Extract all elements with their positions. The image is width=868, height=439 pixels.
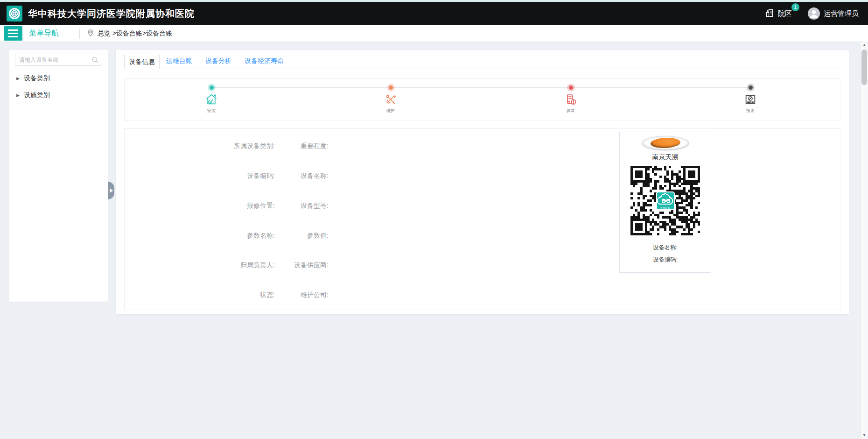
scrollbar-thumb[interactable]	[861, 50, 867, 85]
scroll-down-button[interactable]: ▼	[861, 431, 868, 439]
menu-toggle-button[interactable]	[4, 26, 22, 41]
form-label: 参数名称:	[125, 232, 275, 241]
campus-badge: 1	[791, 3, 799, 11]
form-label: 所属设备类别:	[125, 142, 275, 151]
tab-economic-life[interactable]: 设备经济寿命	[238, 53, 290, 69]
form-row: 所属设备类别: 重要程度:	[125, 142, 339, 151]
campus-switcher[interactable]: 院区 1	[764, 8, 792, 20]
vendor-name: 南京天溯	[652, 153, 679, 162]
timeline-label: 维护	[371, 108, 410, 114]
sidebar-collapse-handle[interactable]	[108, 182, 114, 199]
search-input[interactable]	[15, 54, 102, 66]
tree-item-device-category[interactable]: ▶ 设备类别	[9, 73, 108, 84]
monitor-ban-icon	[744, 93, 757, 106]
vendor-logo	[642, 136, 689, 150]
tree-item-facility-category[interactable]: ▶ 设施类别	[9, 90, 108, 100]
triangle-right-icon	[110, 188, 113, 193]
form-label: 设备供应商:	[275, 261, 329, 270]
crossed-tools-icon	[384, 93, 397, 106]
device-detail-panel: 所属设备类别: 重要程度: 设备编码: 设备名称: 报修位置: 设备型号: 参数…	[124, 128, 840, 310]
avatar	[808, 7, 820, 20]
timeline-label: 异常	[551, 108, 590, 114]
form-label: 状态:	[125, 291, 275, 300]
device-search	[15, 54, 102, 66]
device-qr-code: 天溯设备	[630, 166, 700, 235]
app-header: 华中科技大学同济医学院附属协和医院 院区 1	[0, 2, 868, 25]
breadcrumb: 总览 >设备台账>设备台账	[98, 29, 172, 38]
form-row: 报修位置: 设备型号:	[125, 202, 339, 211]
tab-ops-ledger[interactable]: 运维台账	[160, 53, 199, 69]
timeline-dot	[749, 85, 753, 90]
form-label: 维护公司:	[275, 291, 329, 300]
form-label: 参数值:	[275, 232, 329, 241]
qr-device-code-label: 设备编码:	[653, 256, 678, 264]
form-row: 设备编码: 设备名称:	[125, 172, 339, 181]
timeline-label: 报废	[731, 108, 770, 114]
app-root: 华中科技大学同济医学院附属协和医院 院区 1	[0, 0, 868, 439]
timeline-dot	[210, 85, 214, 90]
house-wrench-icon	[205, 93, 218, 106]
tree-item-label: 设施类别	[24, 91, 50, 99]
lifecycle-timeline: 安装 维护	[124, 78, 840, 120]
server-alert-icon	[564, 93, 577, 106]
hospital-logo-icon	[7, 6, 22, 21]
timeline-dot	[569, 85, 573, 90]
form-label: 重要程度:	[275, 142, 329, 151]
form-row: 状态: 维护公司:	[125, 291, 339, 300]
form-label: 设备名称:	[275, 172, 329, 181]
timeline-dot	[389, 85, 393, 90]
form-label: 归属负责人:	[125, 261, 275, 270]
page-title: 华中科技大学同济医学院附属协和医院	[28, 7, 195, 20]
location-pin-icon	[86, 28, 95, 39]
sidebar: ▶ 设备类别 ▶ 设施类别	[9, 50, 108, 302]
campus-label: 院区	[778, 9, 792, 18]
tab-device-analysis[interactable]: 设备分析	[199, 53, 238, 69]
scroll-up-button[interactable]: ▲	[861, 41, 868, 49]
form-label: 设备编码:	[125, 172, 275, 181]
qr-device-name-label: 设备名称:	[653, 244, 678, 252]
qr-panel: 南京天溯 天溯设备 设备名称: 设备编码:	[619, 132, 711, 273]
form-label: 报修位置:	[125, 202, 275, 211]
user-name: 运营管理员	[824, 9, 859, 18]
chevron-right-icon: ▶	[16, 77, 20, 81]
main-panel: 设备信息 运维台账 设备分析 设备经济寿命 安装	[116, 50, 849, 314]
tiansu-cloud-icon: 天溯设备	[656, 191, 675, 210]
form-label: 设备型号:	[275, 202, 329, 211]
tabs-bar: 设备信息 运维台账 设备分析 设备经济寿命	[124, 53, 840, 69]
menu-nav-label[interactable]: 菜单导航	[29, 28, 59, 38]
nav-bar: 菜单导航 总览 >设备台账>设备台账	[0, 25, 868, 42]
chevron-right-icon: ▶	[16, 93, 20, 98]
form-row: 归属负责人: 设备供应商:	[125, 261, 339, 270]
search-icon[interactable]	[91, 56, 99, 65]
tab-device-info[interactable]: 设备信息	[124, 54, 160, 69]
page-scrollbar[interactable]: ▲ ▼	[860, 41, 868, 439]
form-row: 参数名称: 参数值:	[125, 232, 339, 241]
building-icon	[764, 8, 775, 20]
divider	[79, 28, 80, 39]
timeline-line	[211, 87, 750, 88]
user-menu[interactable]: 运营管理员	[808, 7, 859, 20]
tree-item-label: 设备类别	[24, 74, 50, 83]
timeline-label: 安装	[192, 108, 231, 114]
qr-center-label: 天溯设备	[660, 206, 671, 209]
